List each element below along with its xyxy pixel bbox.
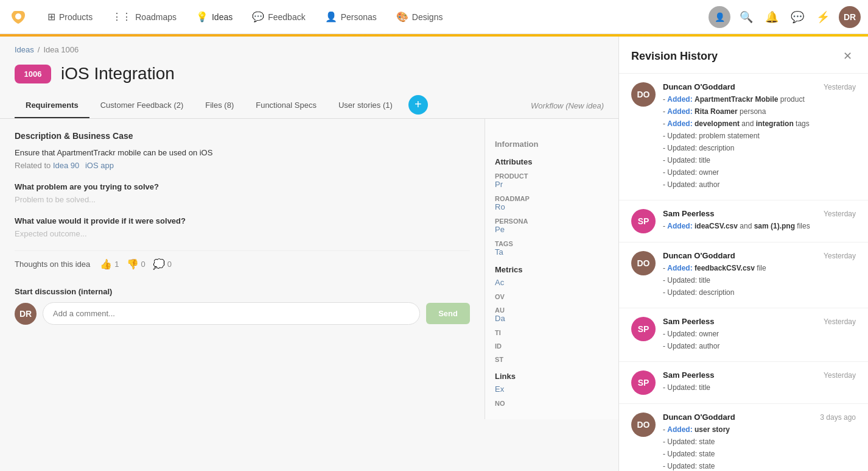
bolt-button[interactable]: ⚡: [813, 7, 833, 27]
revision-time: 3 days ago: [820, 413, 856, 422]
nav-item-feedback[interactable]: 💬 Feedback: [243, 6, 313, 27]
revision-time: Yesterday: [824, 252, 856, 260]
added-item: user story: [695, 425, 730, 434]
tab-customer-feedback[interactable]: Customer Feedback (2): [89, 93, 195, 118]
added-item: Rita Roamer: [695, 107, 738, 116]
notifications-button[interactable]: 🔔: [762, 7, 782, 27]
revision-author: Sam Peerless: [663, 370, 715, 380]
related-link-1[interactable]: iOS app: [85, 161, 114, 170]
nav-item-products-label: Products: [59, 12, 93, 22]
revision-avatar: DO: [631, 413, 656, 437]
persona-value[interactable]: Pe: [495, 225, 609, 234]
revision-time: Yesterday: [824, 371, 856, 380]
revision-avatar: DO: [631, 251, 656, 275]
commenter-avatar: DR: [15, 303, 37, 325]
revision-body: Sam Peerless Yesterday - Updated: owner-…: [663, 317, 856, 353]
messages-button[interactable]: 💬: [788, 7, 807, 27]
product-value[interactable]: Pr: [495, 180, 609, 189]
revision-time: Yesterday: [824, 210, 856, 218]
app-logo[interactable]: [7, 6, 29, 28]
nav-item-roadmaps[interactable]: ⋮⋮ Roadmaps: [103, 6, 185, 27]
added-label: Added:: [667, 425, 692, 434]
revision-avatar: SP: [631, 209, 656, 233]
revision-item: SP Sam Peerless Yesterday - Updated: tit…: [619, 362, 868, 404]
tab-requirements[interactable]: Requirements: [15, 93, 89, 118]
related-links: Related to Idea 90 iOS app: [15, 161, 470, 170]
author-label: Au: [495, 306, 609, 314]
workflow-label: Workflow: [531, 101, 563, 110]
tab-user-stories-label: User stories (1): [338, 101, 393, 110]
tab-functional-specs[interactable]: Functional Specs: [245, 93, 327, 118]
nav-item-roadmaps-label: Roadmaps: [135, 12, 177, 22]
revision-header: Revision History ✕: [619, 37, 868, 74]
revision-history-panel: Revision History ✕ DO Duncan O'Goddard Y…: [618, 37, 868, 471]
revision-line: - Added: ApartmentTrackr Mobile product: [663, 94, 856, 105]
thumbs-up-icon: 👍: [100, 258, 112, 270]
date-value[interactable]: Da: [495, 314, 609, 323]
top-navigation: ⊞ Products ⋮⋮ Roadmaps 💡 Ideas 💬 Feedbac…: [0, 0, 868, 34]
search-button[interactable]: 🔍: [737, 7, 756, 27]
nav-item-personas[interactable]: 👤 Personas: [317, 6, 385, 27]
breadcrumb-current: Idea 1006: [43, 45, 79, 54]
tab-files[interactable]: Files (8): [194, 93, 245, 118]
ideas-icon: 💡: [196, 11, 208, 23]
nav-item-feedback-label: Feedback: [268, 12, 305, 22]
revision-close-button[interactable]: ✕: [839, 48, 856, 65]
attributes-heading: Attributes: [495, 157, 609, 166]
vote-down-button[interactable]: 👎 0: [127, 258, 145, 270]
added-label: Added:: [667, 222, 692, 230]
comment-input[interactable]: [43, 302, 420, 325]
revision-body: Sam Peerless Yesterday - Updated: title: [663, 370, 856, 395]
revision-line: - Updated: author: [663, 179, 856, 190]
nav-item-ideas[interactable]: 💡 Ideas: [187, 6, 241, 27]
revision-meta: Sam Peerless Yesterday: [663, 209, 856, 218]
nav-right-actions: 👤 🔍 🔔 💬 ⚡ DR: [709, 6, 861, 28]
vote-up-button[interactable]: 👍 1: [100, 258, 119, 270]
info-panel-heading: Information: [495, 140, 609, 149]
nav-menu: ⊞ Products ⋮⋮ Roadmaps 💡 Ideas 💬 Feedbac…: [39, 6, 709, 27]
revision-body: Duncan O'Goddard Yesterday - Added: Apar…: [663, 82, 856, 191]
user-avatar[interactable]: DR: [839, 6, 861, 28]
nav-item-designs[interactable]: 🎨 Designs: [388, 6, 452, 27]
thumbs-down-icon: 👎: [127, 258, 139, 270]
send-button[interactable]: Send: [426, 303, 470, 324]
breadcrumb-parent[interactable]: Ideas: [15, 45, 34, 54]
vote-up-count: 1: [114, 260, 119, 269]
question-1-placeholder[interactable]: Problem to be solved...: [15, 195, 470, 204]
profile-avatar-left[interactable]: 👤: [709, 6, 730, 28]
added-label: Added:: [667, 95, 692, 104]
content-area: Ideas / Idea 1006 1006 iOS Integration R…: [0, 37, 618, 471]
main-layout: Ideas / Idea 1006 1006 iOS Integration R…: [0, 37, 868, 471]
comment-button[interactable]: 💭 0: [153, 258, 172, 270]
revision-time: Yesterday: [824, 317, 856, 326]
notes-label: No: [495, 400, 609, 407]
related-link-0[interactable]: Idea 90: [53, 161, 79, 170]
add-tab-button[interactable]: +: [408, 95, 428, 115]
extra-value[interactable]: Ex: [495, 384, 609, 394]
comment-icon: 💭: [153, 258, 165, 270]
time-label: Ti: [495, 329, 609, 336]
metric-value[interactable]: Ac: [495, 278, 609, 287]
overview-label: Ov: [495, 293, 609, 300]
tags-value[interactable]: Ta: [495, 247, 609, 257]
nav-item-products[interactable]: ⊞ Products: [39, 6, 101, 27]
info-panel: Information Attributes Product Pr Roadma…: [485, 119, 618, 419]
revision-item: SP Sam Peerless Yesterday - Added: ideaC…: [619, 200, 868, 243]
revision-avatar: SP: [631, 370, 656, 395]
revision-line: - Updated: owner: [663, 328, 856, 339]
revision-item: DO Duncan O'Goddard Yesterday - Added: A…: [619, 74, 868, 200]
tabs-bar: Requirements Customer Feedback (2) Files…: [0, 93, 618, 119]
tab-workflow[interactable]: Workflow (New idea): [531, 94, 604, 118]
tab-files-label: Files (8): [205, 101, 234, 110]
revision-line: - Added: user story: [663, 424, 856, 435]
question-2-label: What value would it provide if it were s…: [15, 216, 470, 225]
tab-user-stories[interactable]: User stories (1): [327, 93, 404, 118]
nav-item-designs-label: Designs: [412, 12, 443, 22]
roadmap-value[interactable]: Ro: [495, 202, 609, 211]
revision-item: SP Sam Peerless Yesterday - Updated: own…: [619, 308, 868, 362]
added-item: feedbackCSV.csv: [695, 264, 755, 272]
revision-author: Duncan O'Goddard: [663, 251, 735, 260]
revision-line: - Updated: state: [663, 461, 856, 471]
vote-down-count: 0: [141, 260, 145, 269]
question-2-placeholder[interactable]: Expected outcome...: [15, 229, 470, 238]
